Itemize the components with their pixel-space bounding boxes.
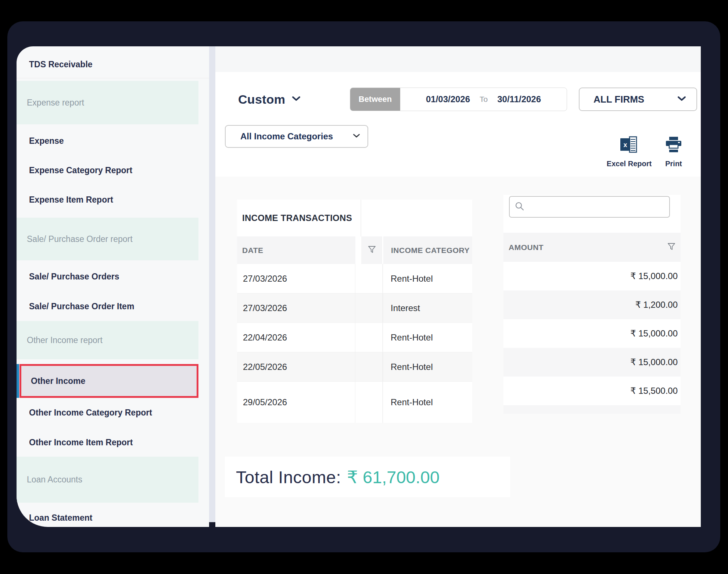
print-label: Print xyxy=(665,160,682,168)
column-header-date: DATE xyxy=(237,236,355,264)
cell-amount: ₹ 15,000.00 xyxy=(503,262,681,290)
print-icon xyxy=(665,136,682,154)
svg-text:x: x xyxy=(623,141,627,149)
total-income-label: Total Income: xyxy=(236,467,341,487)
table-search[interactable] xyxy=(509,196,670,218)
amount-column-card: AMOUNT ₹ 15,000.00 ₹ 1,200.00 ₹ 15,000.0… xyxy=(503,195,681,414)
top-band xyxy=(215,46,701,72)
column-header-category-label: INCOME CATEGORY xyxy=(391,246,470,255)
sidebar-item-expense-category-report[interactable]: Expense Category Report xyxy=(17,158,209,182)
amount-filter-button[interactable] xyxy=(667,243,675,252)
column-header-income-category: INCOME CATEGORY xyxy=(383,236,472,264)
between-button[interactable]: Between xyxy=(350,88,400,111)
column-header-amount: AMOUNT xyxy=(503,233,681,262)
table-row: 22/05/2026 Rent-Hotel xyxy=(237,352,472,382)
cell-date: 22/05/2026 xyxy=(237,352,355,381)
table-title: INCOME TRANSACTIONS xyxy=(237,200,472,236)
sidebar-section-sale-purchase-order-report: Sale/ Purchase Order report xyxy=(17,218,198,260)
amount-column-body: ₹ 15,000.00 ₹ 1,200.00 ₹ 15,000.00 ₹ 15,… xyxy=(503,262,681,405)
cell-amount: ₹ 15,000.00 xyxy=(503,319,681,348)
filter-funnel-icon xyxy=(368,246,376,255)
cell-category: Rent-Hotel xyxy=(383,352,472,381)
table-body: 27/03/2026 Rent-Hotel 27/03/2026 Interes… xyxy=(237,264,472,423)
sidebar-section-expense-report: Expense report xyxy=(17,81,198,124)
main-content: Custom Between 01/03/2026 To 30/11/2026 … xyxy=(215,46,701,527)
firms-select-value: ALL FIRMS xyxy=(593,94,677,105)
sidebar-item-tds-receivable[interactable]: TDS Receivable xyxy=(17,52,209,76)
chevron-down-icon xyxy=(353,133,360,140)
filter-funnel-icon xyxy=(667,246,675,252)
chevron-down-icon xyxy=(677,96,686,103)
income-transactions-table: INCOME TRANSACTIONS DATE INCOME CATEGORY… xyxy=(237,200,472,423)
excel-icon: x xyxy=(620,136,638,154)
amount-column-footer xyxy=(503,405,681,414)
cell-amount: ₹ 15,000.00 xyxy=(503,348,681,377)
sidebar-item-sale-purchase-order-item[interactable]: Sale/ Purchase Order Item xyxy=(17,294,209,318)
sidebar-scrollbar[interactable] xyxy=(209,46,215,522)
search-input[interactable] xyxy=(528,199,669,215)
total-income-card: Total Income: ₹ 61,700.00 xyxy=(225,457,510,497)
cell-date: 22/04/2026 xyxy=(237,323,355,352)
table-row: 29/05/2026 Rent-Hotel xyxy=(237,382,472,423)
sidebar-section-loan-accounts: Loan Accounts xyxy=(17,457,198,503)
date-to-separator: To xyxy=(480,95,488,104)
date-range-type-label: Custom xyxy=(238,92,285,107)
sidebar: TDS Receivable Expense report Expense Ex… xyxy=(17,46,209,527)
print-button[interactable]: Print xyxy=(655,136,692,168)
cell-spacer xyxy=(355,323,383,352)
cell-category: Rent-Hotel xyxy=(383,323,472,352)
cell-category: Interest xyxy=(383,293,472,322)
sidebar-item-other-income-category-report[interactable]: Other Income Category Report xyxy=(17,400,209,425)
search-icon xyxy=(515,202,524,213)
cell-amount: ₹ 1,200.00 xyxy=(503,290,681,319)
income-categories-select[interactable]: All Income Categories xyxy=(225,125,368,148)
active-item-accent-bar xyxy=(17,364,19,398)
date-from-field[interactable]: 01/03/2026 xyxy=(426,94,470,104)
date-range-group: Between 01/03/2026 To 30/11/2026 xyxy=(350,88,567,111)
app-window: TDS Receivable Expense report Expense Ex… xyxy=(7,21,720,552)
total-income-amount: ₹ 61,700.00 xyxy=(347,467,440,487)
table-row: 22/04/2026 Rent-Hotel xyxy=(237,323,472,352)
cell-date: 27/03/2026 xyxy=(237,264,355,293)
date-filter-button[interactable] xyxy=(361,236,382,264)
column-header-amount-label: AMOUNT xyxy=(509,243,667,252)
table-row: 27/03/2026 Interest xyxy=(237,293,472,323)
chevron-down-icon xyxy=(292,96,301,103)
sidebar-section-other-income-report: Other Income report xyxy=(17,321,198,359)
firms-select[interactable]: ALL FIRMS xyxy=(579,88,697,111)
cell-spacer xyxy=(355,352,383,381)
date-to-field[interactable]: 30/11/2026 xyxy=(497,94,541,104)
sidebar-item-other-income-item-report[interactable]: Other Income Item Report xyxy=(17,430,209,454)
table-row: 27/03/2026 Rent-Hotel xyxy=(237,264,472,293)
sidebar-item-expense-item-report[interactable]: Expense Item Report xyxy=(17,188,209,212)
income-categories-value: All Income Categories xyxy=(240,131,353,142)
divider xyxy=(17,78,209,78)
sidebar-item-expense[interactable]: Expense xyxy=(17,129,209,153)
table-header-row: DATE INCOME CATEGORY xyxy=(237,236,472,264)
sidebar-item-loan-statement[interactable]: Loan Statement xyxy=(17,506,209,527)
date-range-type-dropdown[interactable]: Custom xyxy=(238,88,301,111)
cell-date: 29/05/2026 xyxy=(237,382,355,423)
column-header-date-label: DATE xyxy=(242,246,263,255)
sidebar-item-other-income-active[interactable]: Other Income xyxy=(19,364,198,398)
cell-spacer xyxy=(355,293,383,322)
excel-report-label: Excel Report xyxy=(607,160,652,168)
cell-category: Rent-Hotel xyxy=(383,264,472,293)
date-range-fields: 01/03/2026 To 30/11/2026 xyxy=(400,88,567,111)
excel-report-button[interactable]: x Excel Report xyxy=(605,136,653,168)
cell-spacer xyxy=(355,382,383,423)
cell-date: 27/03/2026 xyxy=(237,293,355,322)
sidebar-item-sale-purchase-orders[interactable]: Sale/ Purchase Orders xyxy=(17,264,209,289)
cell-amount: ₹ 15,500.00 xyxy=(503,377,681,405)
cell-category: Rent-Hotel xyxy=(383,382,472,423)
cell-spacer xyxy=(355,264,383,293)
